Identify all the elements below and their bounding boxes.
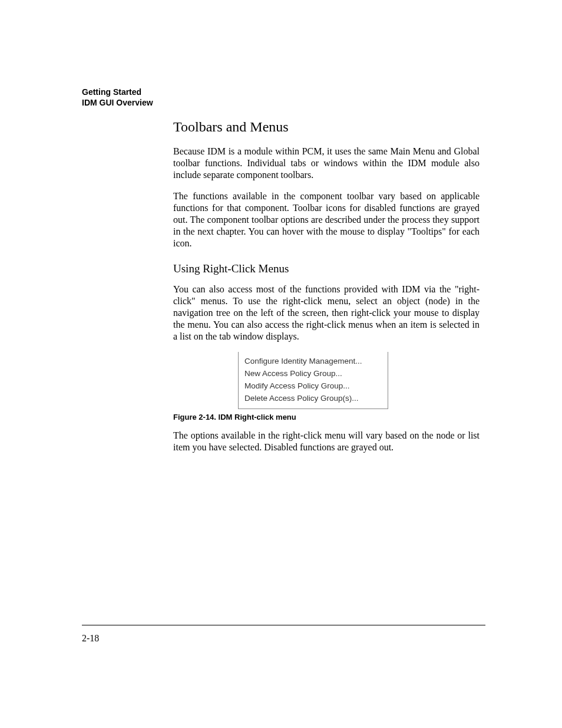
- header-section: IDM GUI Overview: [82, 98, 153, 108]
- context-menu: Configure Identity Management... New Acc…: [238, 352, 388, 409]
- section-heading: Toolbars and Menus: [173, 119, 480, 135]
- context-menu-item[interactable]: Modify Access Policy Group...: [244, 380, 382, 393]
- figure: Configure Identity Management... New Acc…: [173, 352, 480, 409]
- context-menu-item[interactable]: Configure Identity Management...: [244, 355, 382, 368]
- paragraph: The options available in the right-click…: [173, 430, 480, 453]
- figure-caption: Figure 2-14. IDM Right-click menu: [173, 413, 480, 421]
- context-menu-item[interactable]: New Access Policy Group...: [244, 368, 382, 380]
- paragraph: The functions available in the component…: [173, 190, 480, 249]
- context-menu-item[interactable]: Delete Access Policy Group(s)...: [244, 393, 382, 405]
- header-chapter: Getting Started: [82, 87, 153, 98]
- subsection-heading: Using Right-Click Menus: [173, 262, 480, 275]
- main-content: Toolbars and Menus Because IDM is a modu…: [173, 119, 480, 463]
- footer-rule: [82, 625, 485, 625]
- paragraph: Because IDM is a module within PCM, it u…: [173, 146, 480, 181]
- page-number: 2-18: [82, 633, 99, 644]
- running-header: Getting Started IDM GUI Overview: [82, 87, 153, 108]
- paragraph: You can also access most of the function…: [173, 284, 480, 342]
